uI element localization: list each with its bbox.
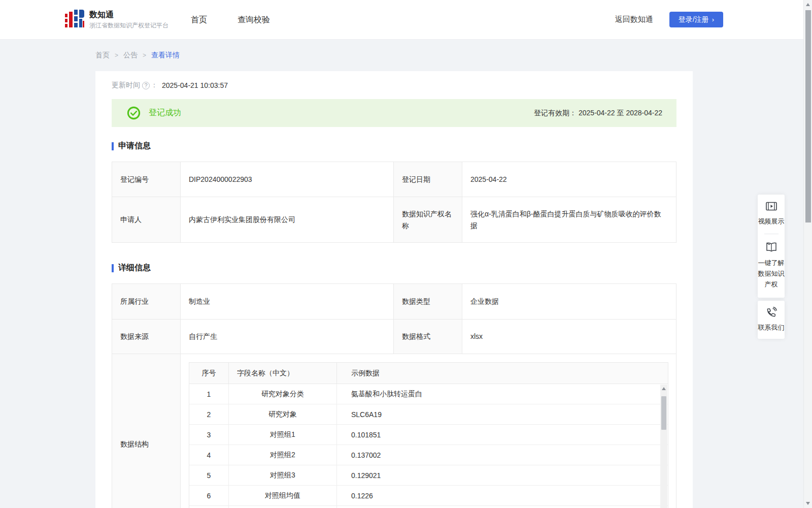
cell-sample-data: 0.129021 xyxy=(337,465,668,485)
update-time-label: 更新时间 xyxy=(112,81,140,90)
table-row: 登记编号 DIP2024000022903 登记日期 2025-04-22 xyxy=(112,162,676,197)
data-structure-row: 数据结构 序号 字段名称（中文） 示例数据 1 研究对象分类 氨基酸和小肽转运蛋… xyxy=(112,354,676,508)
login-register-label: 登录/注册 xyxy=(679,15,709,24)
update-time-colon: ： xyxy=(151,81,158,90)
top-header: 数知通 浙江省数据知识产权登记平台 首页 查询校验 返回数知通 登录/注册 › xyxy=(0,0,812,40)
cell-index: 1 xyxy=(189,384,229,404)
table-row: 3 对照组1 0.101851 xyxy=(189,425,668,445)
ip-name-label: 数据知识产权名称 xyxy=(394,197,462,242)
validity-period: 登记有效期： 2025-04-22 至 2028-04-22 xyxy=(534,109,662,118)
breadcrumb-current: 查看详情 xyxy=(151,51,180,60)
reg-no-label: 登记编号 xyxy=(112,162,181,197)
contact-us-button[interactable]: 联系我们 xyxy=(758,301,785,339)
structure-table: 序号 字段名称（中文） 示例数据 1 研究对象分类 氨基酸和小肽转运蛋白 2 研… xyxy=(189,362,668,508)
contact-us-label: 联系我们 xyxy=(758,322,785,333)
cell-sample-data: 0.1226 xyxy=(337,486,668,505)
detail-card: 更新时间 ? ： 2025-04-21 10:03:57 登记成功 登记有效期：… xyxy=(95,71,693,508)
update-time-row: 更新时间 ? ： 2025-04-21 10:03:57 xyxy=(112,71,676,90)
cell-field-name: 对照组均值 xyxy=(229,486,337,505)
brand: 数知通 浙江省数据知识产权登记平台 xyxy=(65,9,168,31)
col-sample-data-header: 示例数据 xyxy=(337,363,668,384)
table-row-partial xyxy=(189,506,668,508)
breadcrumb-separator: > xyxy=(115,52,118,59)
video-demo-label: 视频展示 xyxy=(758,216,785,227)
cell-index: 4 xyxy=(189,445,229,465)
brand-text: 数知通 浙江省数据知识产权登记平台 xyxy=(89,10,168,30)
detail-info-table: 所属行业 制造业 数据类型 企业数据 数据来源 自行产生 数据格式 xlsx 数… xyxy=(112,283,676,508)
reg-date-label: 登记日期 xyxy=(394,162,462,197)
scroll-up-icon[interactable] xyxy=(662,387,666,390)
table-row: 所属行业 制造业 数据类型 企业数据 xyxy=(112,284,676,319)
data-format-label: 数据格式 xyxy=(394,320,462,354)
learn-data-ip-button[interactable]: 一键了解 数据知识 产权 xyxy=(758,241,785,290)
scrollbar-thumb[interactable] xyxy=(805,10,811,223)
reg-no-value: DIP2024000022903 xyxy=(181,162,394,197)
video-icon xyxy=(766,202,777,211)
data-source-label: 数据来源 xyxy=(112,320,181,354)
update-time-value: 2025-04-21 10:03:57 xyxy=(162,81,228,89)
phone-icon xyxy=(766,307,777,317)
applicant-value: 内蒙古伊利实业集团股份有限公司 xyxy=(181,197,394,242)
cell-index: 2 xyxy=(189,404,229,424)
data-source-value: 自行产生 xyxy=(181,320,394,354)
industry-value: 制造业 xyxy=(181,284,394,319)
reg-date-value: 2025-04-22 xyxy=(462,162,676,197)
cell-field-name: 对照组1 xyxy=(229,425,337,444)
cell-sample-data: 0.101851 xyxy=(337,425,668,444)
section-bar-icon xyxy=(112,264,114,272)
table-row: 2 研究对象 SLC6A19 xyxy=(189,404,668,425)
section-application-info: 申请信息 xyxy=(112,141,676,151)
applicant-label: 申请人 xyxy=(112,197,181,242)
section-detail-info: 详细信息 xyxy=(112,263,676,273)
section-application-title: 申请信息 xyxy=(118,141,151,151)
table-row: 5 对照组3 0.129021 xyxy=(189,465,668,486)
scrollbar-thumb[interactable] xyxy=(661,396,666,430)
page: 数知通 浙江省数据知识产权登记平台 首页 查询校验 返回数知通 登录/注册 › … xyxy=(0,0,812,508)
cell-sample-data: 0.137002 xyxy=(337,445,668,465)
cell-sample-data: 氨基酸和小肽转运蛋白 xyxy=(337,384,668,404)
data-type-label: 数据类型 xyxy=(394,284,462,319)
login-register-button[interactable]: 登录/注册 › xyxy=(669,12,723,27)
cell-field-name: 研究对象分类 xyxy=(229,384,337,404)
page-scrollbar[interactable] xyxy=(803,0,812,508)
cell-field-name: 研究对象 xyxy=(229,404,337,424)
cell-index: 5 xyxy=(189,465,229,485)
success-check-icon xyxy=(127,106,141,120)
data-structure-content: 序号 字段名称（中文） 示例数据 1 研究对象分类 氨基酸和小肽转运蛋白 2 研… xyxy=(181,354,676,508)
col-field-name-header: 字段名称（中文） xyxy=(229,363,337,384)
structure-table-body: 1 研究对象分类 氨基酸和小肽转运蛋白 2 研究对象 SLC6A19 3 对照组… xyxy=(189,384,668,506)
industry-label: 所属行业 xyxy=(112,284,181,319)
nav-query-verify[interactable]: 查询校验 xyxy=(238,0,270,40)
cell-index: 3 xyxy=(189,425,229,444)
col-index-header: 序号 xyxy=(189,363,229,384)
chevron-right-icon: › xyxy=(712,16,714,23)
cell-index: 6 xyxy=(189,486,229,505)
registration-status-banner: 登记成功 登记有效期： 2025-04-22 至 2028-04-22 xyxy=(112,99,676,127)
breadcrumb-home[interactable]: 首页 xyxy=(95,51,110,60)
section-bar-icon xyxy=(112,142,114,150)
video-demo-button[interactable]: 视频展示 xyxy=(758,201,785,227)
section-detail-title: 详细信息 xyxy=(118,263,151,273)
table-row: 数据来源 自行产生 数据格式 xlsx xyxy=(112,319,676,354)
back-to-portal-link[interactable]: 返回数知通 xyxy=(615,15,653,24)
breadcrumb: 首页 > 公告 > 查看详情 xyxy=(95,51,180,60)
cell-field-name: 对照组3 xyxy=(229,465,337,485)
book-icon xyxy=(765,242,777,252)
table-scrollbar[interactable] xyxy=(660,385,667,508)
data-structure-label: 数据结构 xyxy=(112,354,181,508)
validity-value: 2025-04-22 至 2028-04-22 xyxy=(579,109,662,117)
cell-sample-data: SLC6A19 xyxy=(337,404,668,424)
data-format-value: xlsx xyxy=(462,320,676,354)
ip-name-value: 强化α-乳清蛋白和β-酪蛋白提升蛋白质与矿物质吸收的评价数据 xyxy=(462,197,676,242)
table-row: 申请人 内蒙古伊利实业集团股份有限公司 数据知识产权名称 强化α-乳清蛋白和β-… xyxy=(112,197,676,242)
breadcrumb-announcement[interactable]: 公告 xyxy=(123,51,138,60)
validity-label: 登记有效期： xyxy=(534,109,577,117)
floating-panel-top: 视频展示 一键了解 数据知识 产权 xyxy=(758,195,785,298)
help-icon[interactable]: ? xyxy=(142,82,150,89)
brand-subtitle: 浙江省数据知识产权登记平台 xyxy=(89,21,168,30)
cell-field-name: 对照组2 xyxy=(229,445,337,465)
scroll-up-icon[interactable] xyxy=(806,3,810,6)
scroll-down-icon[interactable] xyxy=(806,502,810,505)
divider xyxy=(764,234,779,234)
nav-home[interactable]: 首页 xyxy=(191,0,207,40)
